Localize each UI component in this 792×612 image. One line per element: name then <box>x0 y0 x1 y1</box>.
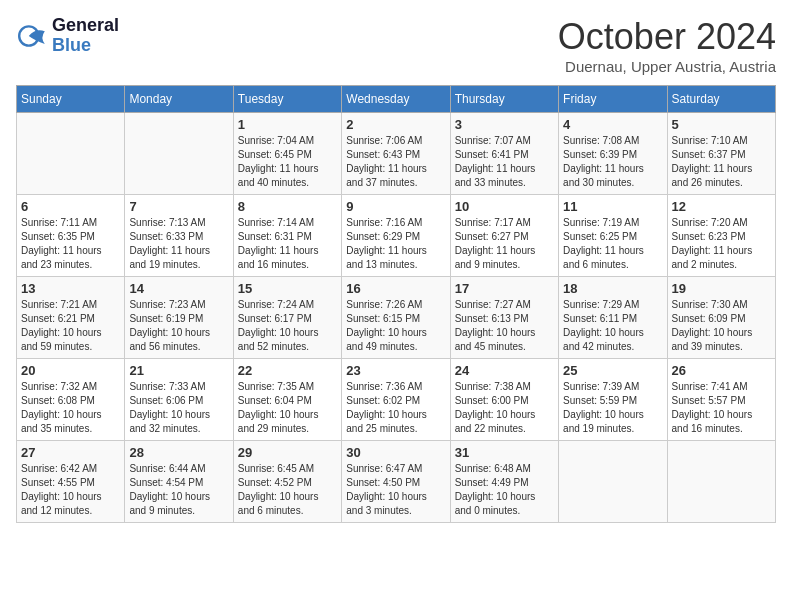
cell-info: Sunrise: 7:06 AMSunset: 6:43 PMDaylight:… <box>346 135 427 188</box>
title-area: October 2024 Duernau, Upper Austria, Aus… <box>558 16 776 75</box>
calendar-week-row: 20 Sunrise: 7:32 AMSunset: 6:08 PMDaylig… <box>17 359 776 441</box>
logo: General Blue <box>16 16 119 56</box>
cell-info: Sunrise: 7:07 AMSunset: 6:41 PMDaylight:… <box>455 135 536 188</box>
cell-date: 29 <box>238 445 337 460</box>
cell-info: Sunrise: 7:24 AMSunset: 6:17 PMDaylight:… <box>238 299 319 352</box>
cell-date: 6 <box>21 199 120 214</box>
calendar-cell: 3 Sunrise: 7:07 AMSunset: 6:41 PMDayligh… <box>450 113 558 195</box>
calendar-cell: 23 Sunrise: 7:36 AMSunset: 6:02 PMDaylig… <box>342 359 450 441</box>
calendar-cell: 24 Sunrise: 7:38 AMSunset: 6:00 PMDaylig… <box>450 359 558 441</box>
cell-info: Sunrise: 7:16 AMSunset: 6:29 PMDaylight:… <box>346 217 427 270</box>
cell-info: Sunrise: 7:11 AMSunset: 6:35 PMDaylight:… <box>21 217 102 270</box>
cell-info: Sunrise: 6:44 AMSunset: 4:54 PMDaylight:… <box>129 463 210 516</box>
calendar-week-row: 6 Sunrise: 7:11 AMSunset: 6:35 PMDayligh… <box>17 195 776 277</box>
cell-info: Sunrise: 6:42 AMSunset: 4:55 PMDaylight:… <box>21 463 102 516</box>
cell-info: Sunrise: 7:10 AMSunset: 6:37 PMDaylight:… <box>672 135 753 188</box>
cell-info: Sunrise: 7:14 AMSunset: 6:31 PMDaylight:… <box>238 217 319 270</box>
calendar-cell: 19 Sunrise: 7:30 AMSunset: 6:09 PMDaylig… <box>667 277 775 359</box>
calendar-cell: 8 Sunrise: 7:14 AMSunset: 6:31 PMDayligh… <box>233 195 341 277</box>
logo-icon <box>16 20 48 52</box>
cell-date: 3 <box>455 117 554 132</box>
calendar-cell: 16 Sunrise: 7:26 AMSunset: 6:15 PMDaylig… <box>342 277 450 359</box>
calendar-week-row: 27 Sunrise: 6:42 AMSunset: 4:55 PMDaylig… <box>17 441 776 523</box>
cell-date: 14 <box>129 281 228 296</box>
calendar-cell: 20 Sunrise: 7:32 AMSunset: 6:08 PMDaylig… <box>17 359 125 441</box>
cell-date: 28 <box>129 445 228 460</box>
cell-info: Sunrise: 7:19 AMSunset: 6:25 PMDaylight:… <box>563 217 644 270</box>
cell-info: Sunrise: 7:30 AMSunset: 6:09 PMDaylight:… <box>672 299 753 352</box>
calendar-cell: 12 Sunrise: 7:20 AMSunset: 6:23 PMDaylig… <box>667 195 775 277</box>
cell-date: 21 <box>129 363 228 378</box>
calendar-table: Sunday Monday Tuesday Wednesday Thursday… <box>16 85 776 523</box>
calendar-cell: 18 Sunrise: 7:29 AMSunset: 6:11 PMDaylig… <box>559 277 667 359</box>
cell-date: 4 <box>563 117 662 132</box>
cell-info: Sunrise: 7:41 AMSunset: 5:57 PMDaylight:… <box>672 381 753 434</box>
calendar-cell: 31 Sunrise: 6:48 AMSunset: 4:49 PMDaylig… <box>450 441 558 523</box>
cell-date: 10 <box>455 199 554 214</box>
calendar-cell: 2 Sunrise: 7:06 AMSunset: 6:43 PMDayligh… <box>342 113 450 195</box>
calendar-cell: 15 Sunrise: 7:24 AMSunset: 6:17 PMDaylig… <box>233 277 341 359</box>
cell-date: 22 <box>238 363 337 378</box>
cell-info: Sunrise: 7:21 AMSunset: 6:21 PMDaylight:… <box>21 299 102 352</box>
cell-date: 26 <box>672 363 771 378</box>
cell-info: Sunrise: 7:39 AMSunset: 5:59 PMDaylight:… <box>563 381 644 434</box>
calendar-cell: 26 Sunrise: 7:41 AMSunset: 5:57 PMDaylig… <box>667 359 775 441</box>
calendar-cell <box>667 441 775 523</box>
cell-info: Sunrise: 7:35 AMSunset: 6:04 PMDaylight:… <box>238 381 319 434</box>
cell-date: 24 <box>455 363 554 378</box>
calendar-cell: 30 Sunrise: 6:47 AMSunset: 4:50 PMDaylig… <box>342 441 450 523</box>
col-tuesday: Tuesday <box>233 86 341 113</box>
cell-date: 19 <box>672 281 771 296</box>
col-wednesday: Wednesday <box>342 86 450 113</box>
logo-line2: Blue <box>52 36 119 56</box>
page-header: General Blue October 2024 Duernau, Upper… <box>16 16 776 75</box>
cell-date: 12 <box>672 199 771 214</box>
calendar-cell: 4 Sunrise: 7:08 AMSunset: 6:39 PMDayligh… <box>559 113 667 195</box>
cell-date: 5 <box>672 117 771 132</box>
cell-date: 31 <box>455 445 554 460</box>
calendar-cell: 10 Sunrise: 7:17 AMSunset: 6:27 PMDaylig… <box>450 195 558 277</box>
cell-info: Sunrise: 6:45 AMSunset: 4:52 PMDaylight:… <box>238 463 319 516</box>
calendar-cell: 27 Sunrise: 6:42 AMSunset: 4:55 PMDaylig… <box>17 441 125 523</box>
col-thursday: Thursday <box>450 86 558 113</box>
col-saturday: Saturday <box>667 86 775 113</box>
cell-date: 2 <box>346 117 445 132</box>
cell-date: 8 <box>238 199 337 214</box>
col-friday: Friday <box>559 86 667 113</box>
calendar-cell: 17 Sunrise: 7:27 AMSunset: 6:13 PMDaylig… <box>450 277 558 359</box>
cell-date: 9 <box>346 199 445 214</box>
cell-date: 20 <box>21 363 120 378</box>
cell-info: Sunrise: 7:04 AMSunset: 6:45 PMDaylight:… <box>238 135 319 188</box>
month-title: October 2024 <box>558 16 776 58</box>
cell-info: Sunrise: 6:47 AMSunset: 4:50 PMDaylight:… <box>346 463 427 516</box>
calendar-cell: 13 Sunrise: 7:21 AMSunset: 6:21 PMDaylig… <box>17 277 125 359</box>
header-row: Sunday Monday Tuesday Wednesday Thursday… <box>17 86 776 113</box>
col-monday: Monday <box>125 86 233 113</box>
calendar-cell: 5 Sunrise: 7:10 AMSunset: 6:37 PMDayligh… <box>667 113 775 195</box>
calendar-cell: 29 Sunrise: 6:45 AMSunset: 4:52 PMDaylig… <box>233 441 341 523</box>
calendar-cell: 11 Sunrise: 7:19 AMSunset: 6:25 PMDaylig… <box>559 195 667 277</box>
cell-info: Sunrise: 7:20 AMSunset: 6:23 PMDaylight:… <box>672 217 753 270</box>
cell-date: 16 <box>346 281 445 296</box>
cell-date: 13 <box>21 281 120 296</box>
calendar-header: Sunday Monday Tuesday Wednesday Thursday… <box>17 86 776 113</box>
cell-date: 17 <box>455 281 554 296</box>
calendar-cell: 25 Sunrise: 7:39 AMSunset: 5:59 PMDaylig… <box>559 359 667 441</box>
calendar-cell <box>17 113 125 195</box>
calendar-cell: 9 Sunrise: 7:16 AMSunset: 6:29 PMDayligh… <box>342 195 450 277</box>
cell-info: Sunrise: 7:29 AMSunset: 6:11 PMDaylight:… <box>563 299 644 352</box>
calendar-cell: 6 Sunrise: 7:11 AMSunset: 6:35 PMDayligh… <box>17 195 125 277</box>
cell-info: Sunrise: 7:38 AMSunset: 6:00 PMDaylight:… <box>455 381 536 434</box>
calendar-cell: 1 Sunrise: 7:04 AMSunset: 6:45 PMDayligh… <box>233 113 341 195</box>
cell-info: Sunrise: 6:48 AMSunset: 4:49 PMDaylight:… <box>455 463 536 516</box>
cell-info: Sunrise: 7:26 AMSunset: 6:15 PMDaylight:… <box>346 299 427 352</box>
calendar-cell: 7 Sunrise: 7:13 AMSunset: 6:33 PMDayligh… <box>125 195 233 277</box>
cell-info: Sunrise: 7:13 AMSunset: 6:33 PMDaylight:… <box>129 217 210 270</box>
col-sunday: Sunday <box>17 86 125 113</box>
calendar-cell: 22 Sunrise: 7:35 AMSunset: 6:04 PMDaylig… <box>233 359 341 441</box>
cell-info: Sunrise: 7:27 AMSunset: 6:13 PMDaylight:… <box>455 299 536 352</box>
cell-info: Sunrise: 7:08 AMSunset: 6:39 PMDaylight:… <box>563 135 644 188</box>
calendar-cell <box>559 441 667 523</box>
cell-date: 25 <box>563 363 662 378</box>
cell-date: 1 <box>238 117 337 132</box>
